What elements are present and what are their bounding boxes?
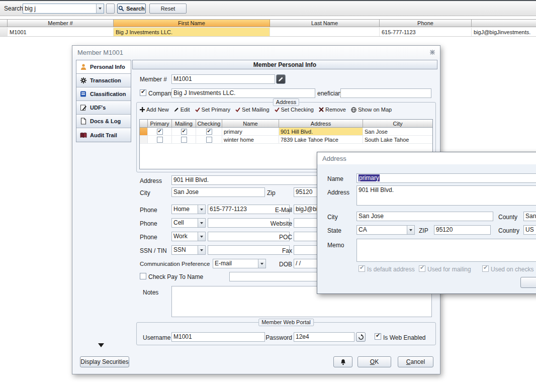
username-label: Username	[143, 334, 170, 341]
county-field[interactable]: Sant	[523, 212, 536, 221]
set-checking-button[interactable]: Set Checking	[275, 107, 314, 113]
chevron-down-icon	[99, 8, 102, 10]
panel-header: Member Personal Info	[132, 60, 437, 69]
primary-checkbox[interactable]	[157, 137, 163, 143]
username-field[interactable]: M1001	[171, 332, 265, 342]
ssn-tin-label: SSN / TIN	[140, 247, 167, 254]
column-header-checking[interactable]: Checking	[196, 120, 222, 127]
plus-icon	[140, 107, 145, 112]
ok-button-label: OK	[370, 358, 379, 365]
ssn-type-select[interactable]: SSN	[171, 245, 206, 255]
tab-personal-info[interactable]: Personal Info	[76, 60, 131, 74]
zip-field[interactable]: 95120	[434, 225, 491, 235]
chevron-down-icon[interactable]	[198, 219, 205, 227]
web-enabled-checkbox[interactable]	[375, 333, 381, 340]
email-label: E-Mail	[261, 207, 292, 214]
checking-checkbox[interactable]	[206, 129, 212, 135]
chevron-down-icon[interactable]	[198, 232, 205, 241]
chevron-down-icon[interactable]	[407, 226, 414, 234]
set-primary-label: Set Primary	[202, 107, 230, 113]
search-options-button[interactable]	[106, 4, 115, 14]
add-new-button[interactable]: Add New	[140, 107, 169, 113]
used-on-checks-checkbox[interactable]	[482, 265, 489, 272]
check-pay-label: Check Pay To Name	[148, 273, 203, 280]
country-field[interactable]: US	[523, 225, 536, 235]
edit-member-number-button[interactable]	[276, 74, 286, 84]
member-number-field[interactable]: M1001	[171, 74, 275, 84]
tab-audit-trail[interactable]: Audit Trail	[76, 128, 131, 142]
fax-label: Fax	[261, 247, 292, 254]
results-grid: Member # First Name Last Name Phone M100…	[0, 19, 536, 37]
column-header-member[interactable]: Member #	[8, 20, 114, 27]
password-field[interactable]: 12e4	[294, 332, 354, 342]
column-header-first-name[interactable]: First Name	[114, 20, 270, 27]
chevron-down-icon[interactable]	[198, 205, 205, 214]
chevron-down-icon[interactable]	[198, 246, 205, 254]
alert-bell-button[interactable]	[333, 356, 352, 367]
results-header-row: Member # First Name Last Name Phone	[0, 19, 536, 27]
state-select[interactable]: CA	[356, 225, 415, 235]
ok-button[interactable]: OK	[358, 356, 391, 367]
search-button[interactable]: Search	[117, 4, 146, 14]
communication-preference-select[interactable]: E-mail	[213, 259, 266, 268]
search-input[interactable]: big j	[23, 4, 104, 14]
remove-address-button[interactable]: Remove	[319, 107, 346, 113]
tab-label: Transaction	[90, 77, 121, 83]
tab-scroll-down-icon[interactable]	[98, 343, 104, 347]
column-header-last-name[interactable]: Last Name	[270, 20, 380, 27]
selected-text: primary	[359, 174, 380, 181]
set-mailing-button[interactable]: Set Mailing	[235, 107, 269, 113]
result-row[interactable]: M1001 Big J Investments LLC. 615-777-112…	[0, 28, 536, 37]
tab-transaction[interactable]: Transaction	[76, 74, 131, 87]
memo-field[interactable]	[356, 239, 536, 262]
address-row[interactable]: winter home 7839 Lake Tahoe Place South …	[140, 136, 432, 144]
primary-checkbox[interactable]	[157, 129, 163, 135]
combo-dropdown-button[interactable]	[96, 4, 104, 13]
reset-button-label: Reset	[161, 6, 175, 12]
state-value: CA	[357, 226, 407, 234]
used-for-mailing-label: Used for mailing	[427, 266, 471, 273]
tab-classification[interactable]: Classification	[76, 87, 131, 101]
set-primary-button[interactable]: Set Primary	[195, 107, 230, 113]
column-header-city[interactable]: City	[363, 120, 432, 127]
city-field[interactable]: San Jose	[356, 212, 493, 221]
mailing-checkbox[interactable]	[181, 129, 187, 135]
is-default-checkbox[interactable]	[359, 265, 365, 272]
column-header-name[interactable]: Name	[222, 120, 279, 127]
address-row[interactable]: primary 901 Hill Blvd. San Jose	[140, 128, 432, 136]
show-on-map-button[interactable]: Show on Map	[351, 107, 392, 113]
beneficiary-field[interactable]	[340, 88, 431, 98]
regenerate-password-button[interactable]	[356, 332, 366, 342]
phone-type-select[interactable]: Work	[171, 232, 206, 241]
tab-docs-log[interactable]: Docs & Log	[76, 115, 131, 128]
phone-type-select[interactable]: Cell	[171, 218, 206, 228]
check-pay-checkbox[interactable]	[140, 273, 146, 279]
cancel-button[interactable]: Cancel	[398, 356, 433, 367]
row-selector-cell	[140, 128, 148, 135]
name-label: Name	[327, 175, 343, 182]
address-field[interactable]: 901 Hill Blvd.	[356, 185, 536, 206]
company-checkbox[interactable]	[140, 89, 146, 96]
row-selector-cell	[140, 136, 148, 143]
mailing-checkbox[interactable]	[181, 137, 187, 143]
tab-udfs[interactable]: UDF's	[76, 101, 131, 115]
edit-address-button[interactable]: Edit	[174, 107, 190, 113]
display-securities-label: Display Securities	[80, 358, 128, 365]
column-header-email[interactable]	[472, 20, 536, 27]
column-header-phone[interactable]: Phone	[380, 20, 472, 27]
used-for-mailing-checkbox[interactable]	[419, 265, 425, 272]
column-header-address[interactable]: Address	[279, 120, 363, 127]
phone-type-select[interactable]: Home	[171, 205, 206, 214]
city-field[interactable]: San Jose	[171, 187, 265, 197]
name-field[interactable]: primary	[356, 173, 536, 183]
checking-checkbox[interactable]	[206, 137, 212, 143]
column-header-primary[interactable]: Primary	[148, 120, 172, 127]
close-icon[interactable]	[430, 50, 435, 55]
partial-dialog-button[interactable]	[520, 277, 536, 288]
column-header-mailing[interactable]: Mailing	[172, 120, 196, 127]
address-dialog-titlebar: Address	[317, 152, 536, 164]
company-field[interactable]: Big J Investments LLC.	[171, 88, 315, 98]
display-securities-button[interactable]: Display Securities	[80, 356, 129, 367]
address-field[interactable]: 901 Hill Blvd.	[171, 175, 320, 185]
reset-button[interactable]: Reset	[149, 4, 187, 14]
